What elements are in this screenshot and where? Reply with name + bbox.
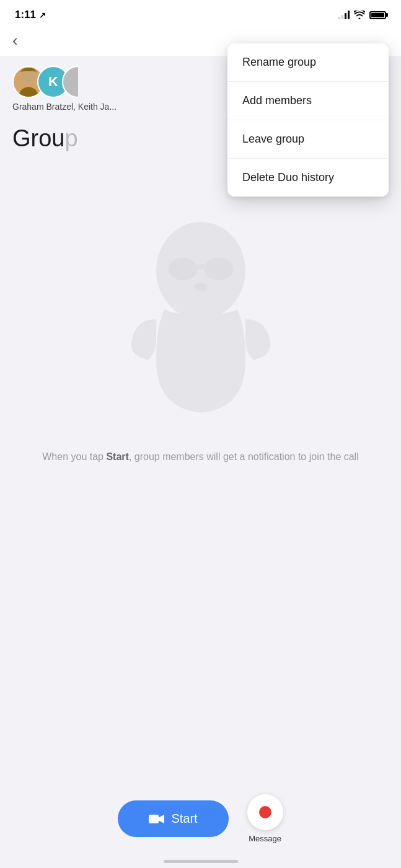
dropdown-overlay: Rename group Add members Leave group Del… — [0, 0, 401, 868]
dropdown-item-rename-group[interactable]: Rename group — [227, 43, 389, 82]
dropdown-menu: Rename group Add members Leave group Del… — [227, 43, 389, 197]
dropdown-item-delete-duo-history[interactable]: Delete Duo history — [227, 159, 389, 197]
dropdown-item-add-members[interactable]: Add members — [227, 82, 389, 120]
dropdown-item-leave-group[interactable]: Leave group — [227, 120, 389, 159]
